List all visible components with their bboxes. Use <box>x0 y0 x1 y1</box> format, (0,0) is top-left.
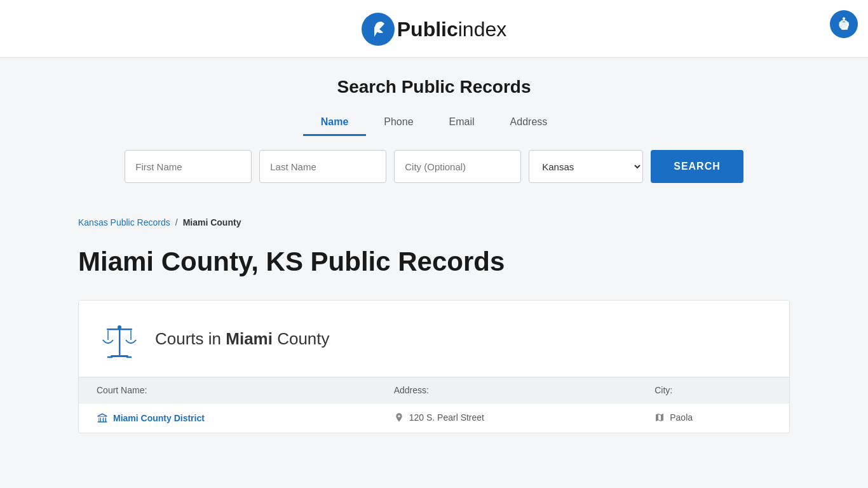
search-tabs: Name Phone Email Address <box>13 110 855 136</box>
logo-text-index: index <box>458 18 507 41</box>
address-cell: 120 S. Pearl Street <box>376 403 637 433</box>
courts-section: Courts in Miami County Court Name: Addre… <box>78 300 790 433</box>
building-icon <box>97 412 108 424</box>
state-select[interactable]: Kansas Alabama Alaska Arizona Arkansas C… <box>529 150 643 183</box>
scales-icon <box>98 317 141 360</box>
search-section: Search Public Records Name Phone Email A… <box>0 58 868 202</box>
svg-rect-3 <box>119 327 121 355</box>
tab-name[interactable]: Name <box>303 110 367 136</box>
logo-text-public: Public <box>397 18 458 41</box>
accessibility-button[interactable] <box>830 10 858 38</box>
courts-table-head: Court Name: Address: City: <box>79 377 789 403</box>
svg-rect-2 <box>111 355 128 357</box>
col-header-court-name: Court Name: <box>79 377 376 403</box>
courts-icon-wrapper <box>97 316 142 362</box>
search-title: Search Public Records <box>13 77 855 97</box>
svg-point-7 <box>118 325 121 329</box>
city-cell: Paola <box>637 403 789 433</box>
col-header-city: City: <box>637 377 789 403</box>
logo-area: Publicindex <box>0 13 868 46</box>
breadcrumb-current: Miami County <box>183 217 241 227</box>
logo-icon <box>362 13 395 46</box>
search-button[interactable]: SEARCH <box>651 150 743 183</box>
courts-header: Courts in Miami County <box>79 301 789 377</box>
breadcrumb-separator: / <box>175 217 178 227</box>
last-name-input[interactable] <box>259 150 386 183</box>
col-header-address: Address: <box>376 377 637 403</box>
table-row: Miami County District 120 S. Pearl Stree… <box>79 403 789 433</box>
tab-email[interactable]: Email <box>431 110 492 136</box>
courts-table-body: Miami County District 120 S. Pearl Stree… <box>79 403 789 433</box>
site-header: Publicindex <box>0 0 868 58</box>
tab-address[interactable]: Address <box>492 110 566 136</box>
page-title: Miami County, KS Public Records <box>78 247 790 277</box>
map-icon <box>654 412 665 423</box>
court-name-link[interactable]: Miami County District <box>97 412 358 424</box>
courts-table: Court Name: Address: City: Miami County … <box>79 377 789 433</box>
city-input[interactable] <box>394 150 521 183</box>
search-form: Kansas Alabama Alaska Arizona Arkansas C… <box>13 150 855 202</box>
svg-point-0 <box>843 17 845 20</box>
first-name-input[interactable] <box>125 150 252 183</box>
main-content: Kansas Public Records / Miami County Mia… <box>65 202 803 449</box>
court-name-cell: Miami County District <box>79 403 376 433</box>
breadcrumb-link[interactable]: Kansas Public Records <box>78 217 170 227</box>
tab-phone[interactable]: Phone <box>366 110 431 136</box>
breadcrumb: Kansas Public Records / Miami County <box>78 217 790 227</box>
courts-title: Courts in Miami County <box>155 329 330 349</box>
location-icon <box>394 412 404 423</box>
